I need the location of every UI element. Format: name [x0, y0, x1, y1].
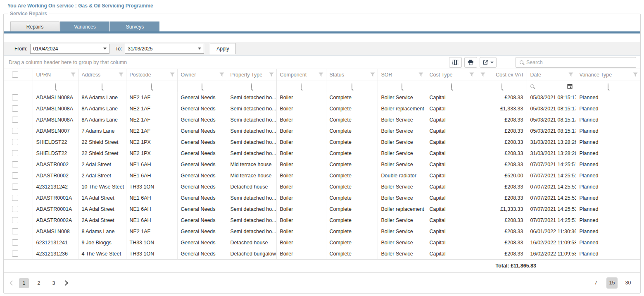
cell-owner: General Needs: [177, 181, 227, 192]
filter-funnel-icon[interactable]: [418, 72, 423, 77]
apply-button[interactable]: Apply: [210, 43, 235, 54]
filter-cell-status[interactable]: [326, 81, 378, 92]
row-checkbox[interactable]: [12, 206, 18, 212]
row-checkbox[interactable]: [12, 94, 18, 100]
row-checkbox[interactable]: [12, 128, 18, 134]
cell-status: Complete: [326, 237, 378, 248]
cell-property-type: Mid terrace house: [227, 159, 276, 170]
cell-status: Complete: [326, 92, 378, 103]
column-header-variance-type[interactable]: Variance Type: [576, 69, 640, 81]
filter-cell-address[interactable]: [78, 81, 126, 92]
from-date-input[interactable]: [31, 44, 101, 53]
calendar-icon[interactable]: [567, 84, 573, 89]
row-checkbox[interactable]: [12, 251, 18, 257]
cell-status: Complete: [326, 226, 378, 237]
column-header-sor[interactable]: SOR: [378, 69, 426, 81]
page-button-3[interactable]: 3: [49, 278, 59, 288]
to-date-input[interactable]: [125, 44, 195, 53]
page-button-1[interactable]: 1: [19, 278, 29, 288]
search-box[interactable]: [516, 57, 636, 68]
filter-cell-component[interactable]: [276, 81, 326, 92]
filter-cell-cost-ex-vat[interactable]: [477, 81, 527, 92]
cell-address: 8 Adams Lane: [78, 226, 126, 237]
filter-cell-variance-type[interactable]: [576, 81, 640, 92]
filter-funnel-icon[interactable]: [119, 72, 124, 77]
filter-funnel-icon[interactable]: [469, 72, 474, 77]
filter-funnel-icon[interactable]: [170, 72, 175, 77]
cell-cost-ex-vat: £208.33: [477, 92, 527, 103]
export-dropdown-caret-icon[interactable]: [490, 62, 494, 63]
search-input[interactable]: [526, 60, 632, 65]
print-button[interactable]: [464, 57, 477, 68]
column-header-postcode[interactable]: Postcode: [126, 69, 177, 81]
column-header-cost-ex-vat[interactable]: Cost ex VAT: [477, 69, 527, 81]
cell-status: Complete: [326, 203, 378, 215]
table-row: ADAMSLN008A8A Adams LaneNE2 1AFGeneral N…: [4, 103, 640, 114]
tab-variances[interactable]: Variances: [60, 21, 109, 31]
cell-variance-type: Planned: [576, 170, 640, 181]
row-checkbox[interactable]: [12, 105, 18, 112]
cell-sor: Boiler Service: [378, 237, 426, 248]
row-checkbox[interactable]: [12, 195, 18, 201]
filter-funnel-icon[interactable]: [71, 72, 76, 77]
group-by-hint[interactable]: Drag a column header here to group by th…: [9, 60, 127, 65]
cell-uprn: 42312131236: [33, 248, 78, 259]
to-date-combobox[interactable]: [125, 44, 204, 54]
cell-cost-type: Capital: [426, 114, 477, 125]
cell-address: 1A Adal Street: [78, 192, 126, 203]
column-header-cost-type[interactable]: Cost Type: [426, 69, 477, 81]
row-checkbox[interactable]: [12, 239, 18, 246]
cell-variance-type: Planned: [576, 248, 640, 259]
filter-cell-sor[interactable]: [378, 81, 426, 92]
tab-surveys[interactable]: Surveys: [110, 21, 159, 31]
from-date-combobox[interactable]: [30, 44, 109, 54]
cell-status: Complete: [326, 192, 378, 203]
cell-owner: General Needs: [177, 226, 227, 237]
filter-cell-cost-type[interactable]: [426, 81, 477, 92]
column-header-date[interactable]: Date: [527, 69, 576, 81]
filter-funnel-icon[interactable]: [568, 72, 573, 77]
row-checkbox[interactable]: [12, 150, 18, 156]
filter-funnel-icon[interactable]: [633, 72, 638, 77]
column-header-uprn[interactable]: UPRN: [33, 69, 78, 81]
tab-repairs[interactable]: Repairs: [10, 21, 59, 31]
page-size-15[interactable]: 15: [606, 277, 618, 289]
filter-funnel-icon[interactable]: [219, 72, 224, 77]
filter-cell-uprn[interactable]: [33, 81, 78, 92]
column-header-component[interactable]: Component: [276, 69, 326, 81]
filter-cell-date[interactable]: [527, 81, 576, 92]
row-checkbox[interactable]: [12, 161, 18, 167]
filter-cell-postcode[interactable]: [126, 81, 177, 92]
row-checkbox[interactable]: [12, 172, 18, 179]
export-button[interactable]: [480, 57, 497, 68]
cell-postcode: NE2 1AF: [126, 226, 177, 237]
row-checkbox[interactable]: [12, 117, 18, 123]
page-size-30[interactable]: 30: [623, 277, 634, 289]
next-page-icon[interactable]: [63, 280, 68, 286]
row-checkbox[interactable]: [12, 139, 18, 145]
select-all-checkbox[interactable]: [12, 72, 18, 78]
filter-funnel-icon[interactable]: [370, 72, 375, 77]
table-row: ADASTR0001A1A Adal StreetNE1 6AHGeneral …: [4, 203, 640, 215]
cell-cost-type: Capital: [426, 226, 477, 237]
column-header-address[interactable]: Address: [78, 69, 126, 81]
row-checkbox[interactable]: [12, 217, 18, 223]
cell-uprn: ADASTR0002: [33, 159, 78, 170]
filter-funnel-icon[interactable]: [318, 72, 323, 77]
row-checkbox[interactable]: [12, 228, 18, 234]
row-checkbox[interactable]: [12, 184, 18, 190]
filter-funnel-icon[interactable]: [269, 72, 274, 77]
column-header-property-type[interactable]: Property Type: [227, 69, 276, 81]
column-header-owner[interactable]: Owner: [177, 69, 227, 81]
page-size-7[interactable]: 7: [590, 277, 601, 289]
cell-property-type: Semi detached ho...: [227, 148, 276, 159]
filter-cell-property-type[interactable]: [227, 81, 276, 92]
column-chooser-button[interactable]: [449, 57, 462, 68]
filter-funnel-icon[interactable]: [480, 72, 485, 77]
filter-cell-owner[interactable]: [177, 81, 227, 92]
filter-search-icon: [352, 83, 352, 90]
to-dropdown-arrow-icon[interactable]: [195, 44, 204, 53]
page-button-2[interactable]: 2: [34, 278, 44, 288]
from-dropdown-arrow-icon[interactable]: [101, 44, 109, 53]
column-header-status[interactable]: Status: [326, 69, 378, 81]
